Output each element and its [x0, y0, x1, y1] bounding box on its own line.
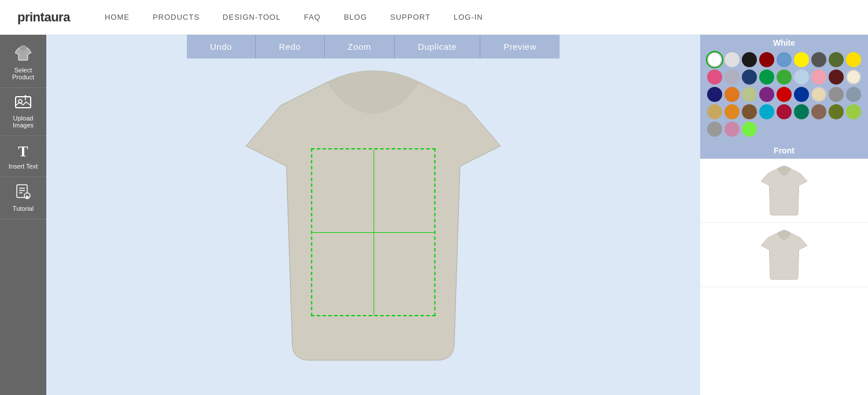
color-swatch[interactable]	[707, 70, 722, 85]
sidebar-item-label: Select Product	[3, 67, 43, 81]
color-swatch[interactable]	[759, 87, 774, 102]
color-swatch[interactable]	[794, 52, 809, 67]
color-swatch[interactable]	[742, 122, 757, 137]
svg-rect-0	[16, 97, 31, 108]
color-section-title: White	[706, 38, 862, 47]
color-swatch[interactable]	[707, 52, 722, 67]
logo[interactable]: printaura	[17, 10, 70, 25]
logo-aura: aura	[44, 10, 69, 24]
color-swatch[interactable]	[724, 52, 740, 67]
sidebar: Select Product Upload ImagesTInsert Text…	[0, 35, 46, 395]
toolbar-btn-zoom[interactable]: Zoom	[325, 35, 395, 58]
color-swatch[interactable]	[759, 52, 774, 67]
color-swatch[interactable]	[811, 70, 826, 85]
sidebar-item-tutorial[interactable]: ▶ Tutorial	[0, 177, 46, 220]
toolbar-btn-duplicate[interactable]: Duplicate	[395, 35, 480, 58]
color-swatch[interactable]	[707, 122, 722, 137]
nav-item-blog[interactable]: Blog	[344, 13, 367, 21]
insert-text-icon: T	[18, 143, 28, 160]
color-swatch[interactable]	[724, 87, 740, 102]
color-swatch[interactable]	[846, 87, 861, 102]
color-swatch[interactable]	[811, 87, 826, 102]
color-swatch[interactable]	[777, 87, 792, 102]
color-swatch[interactable]	[707, 87, 722, 102]
color-swatch[interactable]	[759, 70, 774, 85]
views-list	[700, 159, 868, 287]
color-swatch[interactable]	[777, 52, 792, 67]
navigation: HomeProductsDesign-ToolFAQBlogSupportLog…	[105, 13, 483, 21]
color-swatch[interactable]	[794, 104, 809, 119]
color-swatch[interactable]	[829, 104, 844, 119]
logo-print: print	[17, 10, 44, 24]
color-swatch[interactable]	[811, 104, 826, 119]
color-swatch[interactable]	[742, 70, 757, 85]
toolbar: UndoRedoZoomDuplicatePreview	[187, 35, 560, 58]
color-swatch[interactable]	[742, 104, 757, 119]
color-section: White	[700, 35, 868, 142]
toolbar-btn-preview[interactable]: Preview	[480, 35, 560, 58]
nav-item-log-in[interactable]: Log-In	[454, 13, 483, 21]
select-product-icon	[15, 45, 31, 64]
color-swatch[interactable]	[794, 70, 809, 85]
sidebar-item-label: Insert Text	[9, 163, 38, 170]
color-swatch[interactable]	[742, 52, 757, 67]
color-swatch[interactable]	[829, 70, 844, 85]
color-swatch[interactable]	[759, 104, 774, 119]
color-swatch[interactable]	[846, 70, 861, 85]
tutorial-icon: ▶	[16, 184, 31, 203]
nav-item-products[interactable]: Products	[153, 13, 200, 21]
tshirt-container[interactable]	[234, 58, 512, 395]
color-swatch[interactable]	[846, 52, 861, 67]
color-swatch[interactable]	[707, 104, 722, 119]
view-tshirt-back	[761, 229, 807, 281]
toolbar-btn-redo[interactable]: Redo	[256, 35, 325, 58]
tshirt-graphic	[234, 65, 512, 389]
sidebar-item-label: Upload Images	[3, 115, 43, 129]
nav-item-support[interactable]: Support	[390, 13, 431, 21]
color-swatch[interactable]	[777, 70, 792, 85]
color-swatch[interactable]	[724, 104, 740, 119]
sidebar-item-insert-text[interactable]: TInsert Text	[0, 136, 46, 177]
color-grid	[706, 51, 862, 138]
view-item-front[interactable]	[700, 159, 868, 223]
nav-item-home[interactable]: Home	[105, 13, 130, 21]
color-swatch[interactable]	[811, 52, 826, 67]
color-swatch[interactable]	[724, 122, 740, 137]
sidebar-item-upload-images[interactable]: Upload Images	[0, 88, 46, 136]
header: printaura HomeProductsDesign-ToolFAQBlog…	[0, 0, 868, 35]
color-swatch[interactable]	[742, 87, 757, 102]
color-swatch[interactable]	[724, 70, 740, 85]
color-swatch[interactable]	[777, 104, 792, 119]
sidebar-item-select-product[interactable]: Select Product	[0, 38, 46, 88]
color-swatch[interactable]	[846, 104, 861, 119]
color-swatch[interactable]	[829, 87, 844, 102]
view-tshirt-front	[761, 164, 807, 217]
color-swatch[interactable]	[829, 52, 844, 67]
nav-item-design-tool[interactable]: Design-Tool	[223, 13, 281, 21]
sidebar-item-label: Tutorial	[13, 205, 34, 212]
color-swatch[interactable]	[794, 87, 809, 102]
view-item-back[interactable]	[700, 223, 868, 287]
canvas-area: UndoRedoZoomDuplicatePreview	[46, 35, 700, 395]
right-panel: White Front	[700, 35, 868, 395]
views-section: Front	[700, 142, 868, 395]
upload-images-icon	[15, 95, 31, 112]
main-layout: Select Product Upload ImagesTInsert Text…	[0, 35, 868, 395]
toolbar-btn-undo[interactable]: Undo	[187, 35, 256, 58]
views-title: Front	[700, 142, 868, 159]
nav-item-faq[interactable]: FAQ	[304, 13, 321, 21]
